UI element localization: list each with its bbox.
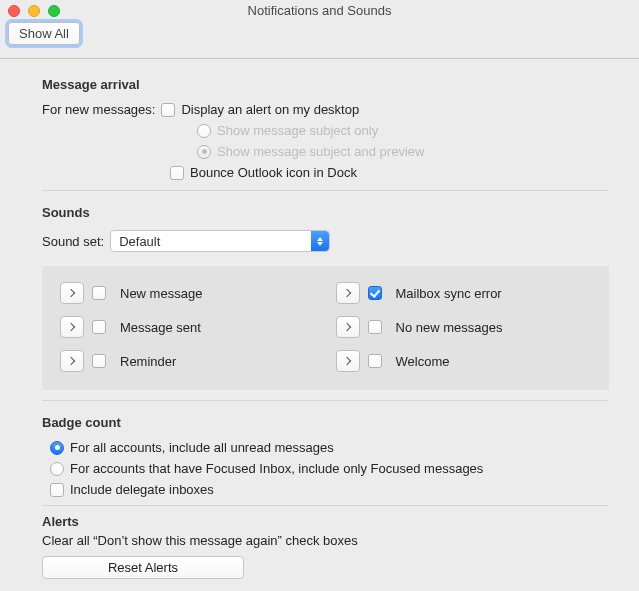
zoom-icon[interactable] — [48, 5, 60, 17]
checkbox-no-new-messages[interactable] — [368, 320, 382, 334]
subject-only-radio — [197, 124, 211, 138]
titlebar: Notifications and Sounds — [0, 0, 639, 22]
badge-focused-only-radio[interactable] — [50, 462, 64, 476]
minimize-icon[interactable] — [28, 5, 40, 17]
badge-all-unread-radio[interactable] — [50, 441, 64, 455]
subject-and-preview-label: Show message subject and preview — [217, 144, 424, 159]
section-title-badge-count: Badge count — [42, 415, 609, 430]
checkbox-reminder[interactable] — [92, 354, 106, 368]
display-alert-label: Display an alert on my desktop — [181, 102, 359, 117]
sound-set-value: Default — [119, 234, 160, 249]
toolbar: Show All — [0, 22, 639, 59]
label-no-new-messages: No new messages — [396, 320, 503, 335]
display-alert-checkbox[interactable] — [161, 103, 175, 117]
show-all-button[interactable]: Show All — [8, 22, 80, 45]
subject-and-preview-radio — [197, 145, 211, 159]
section-title-message-arrival: Message arrival — [42, 77, 609, 92]
label-mailbox-sync-error: Mailbox sync error — [396, 286, 502, 301]
subject-only-label: Show message subject only — [217, 123, 378, 138]
reset-alerts-button[interactable]: Reset Alerts — [42, 556, 244, 579]
section-title-alerts: Alerts — [42, 514, 609, 529]
checkbox-new-message[interactable] — [92, 286, 106, 300]
window-controls — [8, 5, 60, 17]
checkbox-mailbox-sync-error[interactable] — [368, 286, 382, 300]
checkbox-message-sent[interactable] — [92, 320, 106, 334]
sound-set-select[interactable]: Default — [110, 230, 330, 252]
badge-all-unread-label: For all accounts, include all unread mes… — [70, 440, 334, 455]
section-title-sounds: Sounds — [42, 205, 609, 220]
preferences-window: Notifications and Sounds Show All Messag… — [0, 0, 639, 591]
label-new-message: New message — [120, 286, 202, 301]
separator — [42, 190, 609, 191]
play-button-no-new-messages[interactable] — [336, 316, 360, 338]
label-message-sent: Message sent — [120, 320, 201, 335]
updown-icon — [311, 231, 329, 251]
label-welcome: Welcome — [396, 354, 450, 369]
include-delegate-label: Include delegate inboxes — [70, 482, 214, 497]
play-button-welcome[interactable] — [336, 350, 360, 372]
bounce-icon-label: Bounce Outlook icon in Dock — [190, 165, 357, 180]
sounds-panel: New message Mailbox sync error Message s… — [42, 266, 609, 390]
play-button-new-message[interactable] — [60, 282, 84, 304]
play-button-message-sent[interactable] — [60, 316, 84, 338]
separator — [42, 505, 609, 506]
bounce-icon-checkbox[interactable] — [170, 166, 184, 180]
close-icon[interactable] — [8, 5, 20, 17]
separator — [42, 400, 609, 401]
play-button-mailbox-sync-error[interactable] — [336, 282, 360, 304]
label-reminder: Reminder — [120, 354, 176, 369]
badge-focused-only-label: For accounts that have Focused Inbox, in… — [70, 461, 483, 476]
for-new-messages-label: For new messages: — [42, 102, 155, 117]
include-delegate-checkbox[interactable] — [50, 483, 64, 497]
play-button-reminder[interactable] — [60, 350, 84, 372]
window-title: Notifications and Sounds — [0, 0, 639, 22]
sound-set-label: Sound set: — [42, 234, 104, 249]
clear-alerts-text: Clear all “Don’t show this message again… — [42, 533, 609, 548]
checkbox-welcome[interactable] — [368, 354, 382, 368]
